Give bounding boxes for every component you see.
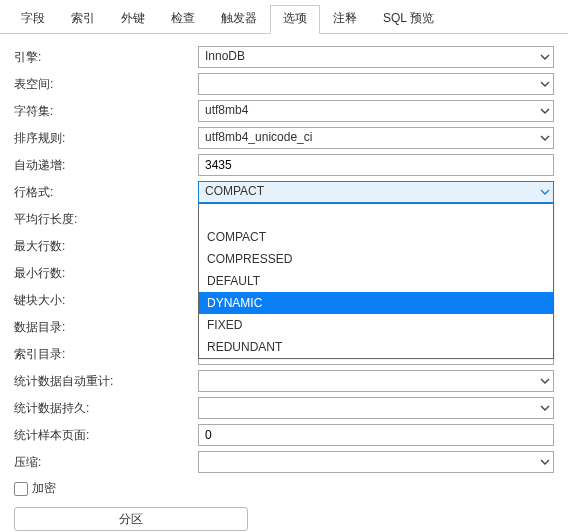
datadir-label: 数据目录: — [14, 315, 198, 339]
rowformat-dropdown-list[interactable]: COMPACTCOMPRESSEDDEFAULTDYNAMICFIXEDREDU… — [198, 203, 554, 359]
rowformat-option[interactable]: COMPACT — [199, 226, 553, 248]
partition-button[interactable]: 分区 — [14, 507, 248, 531]
compression-select[interactable] — [198, 451, 554, 473]
statspersistent-select[interactable] — [198, 397, 554, 419]
indexdir-label: 索引目录: — [14, 342, 198, 366]
engine-select[interactable]: InnoDB — [198, 46, 554, 68]
rowformat-option[interactable]: DYNAMIC — [199, 292, 553, 314]
rowformat-select[interactable]: COMPACT — [198, 181, 554, 203]
encrypt-checkbox[interactable] — [14, 482, 28, 496]
rowformat-option[interactable]: FIXED — [199, 314, 553, 336]
collation-select[interactable]: utf8mb4_unicode_ci — [198, 127, 554, 149]
rowformat-label: 行格式: — [14, 180, 198, 204]
tab-options[interactable]: 选项 — [270, 5, 320, 34]
tab-bar: 字段 索引 外键 检查 触发器 选项 注释 SQL 预览 — [0, 0, 568, 34]
minrows-label: 最小行数: — [14, 261, 198, 285]
autoinc-label: 自动递增: — [14, 153, 198, 177]
rowformat-option[interactable] — [199, 204, 553, 226]
charset-label: 字符集: — [14, 99, 198, 123]
tab-checks[interactable]: 检查 — [158, 5, 208, 34]
statspersistent-label: 统计数据持久: — [14, 396, 198, 420]
tablespace-label: 表空间: — [14, 72, 198, 96]
tab-indexes[interactable]: 索引 — [58, 5, 108, 34]
encrypt-label: 加密 — [32, 480, 56, 497]
tab-fields[interactable]: 字段 — [8, 5, 58, 34]
maxrows-label: 最大行数: — [14, 234, 198, 258]
autoinc-input[interactable] — [198, 154, 554, 176]
tab-comment[interactable]: 注释 — [320, 5, 370, 34]
statssamplepages-label: 统计样本页面: — [14, 423, 198, 447]
tab-sqlpreview[interactable]: SQL 预览 — [370, 5, 447, 34]
engine-label: 引擎: — [14, 45, 198, 69]
charset-select[interactable]: utf8mb4 — [198, 100, 554, 122]
tab-foreignkeys[interactable]: 外键 — [108, 5, 158, 34]
rowformat-option[interactable]: REDUNDANT — [199, 336, 553, 358]
statsautorecalc-label: 统计数据自动重计: — [14, 369, 198, 393]
rowformat-option[interactable]: DEFAULT — [199, 270, 553, 292]
compression-label: 压缩: — [14, 450, 198, 474]
tablespace-select[interactable] — [198, 73, 554, 95]
statssamplepages-input[interactable] — [198, 424, 554, 446]
avgrowlen-label: 平均行长度: — [14, 207, 198, 231]
keyblocksize-label: 键块大小: — [14, 288, 198, 312]
statsautorecalc-select[interactable] — [198, 370, 554, 392]
rowformat-option[interactable]: COMPRESSED — [199, 248, 553, 270]
tab-triggers[interactable]: 触发器 — [208, 5, 270, 34]
collation-label: 排序规则: — [14, 126, 198, 150]
